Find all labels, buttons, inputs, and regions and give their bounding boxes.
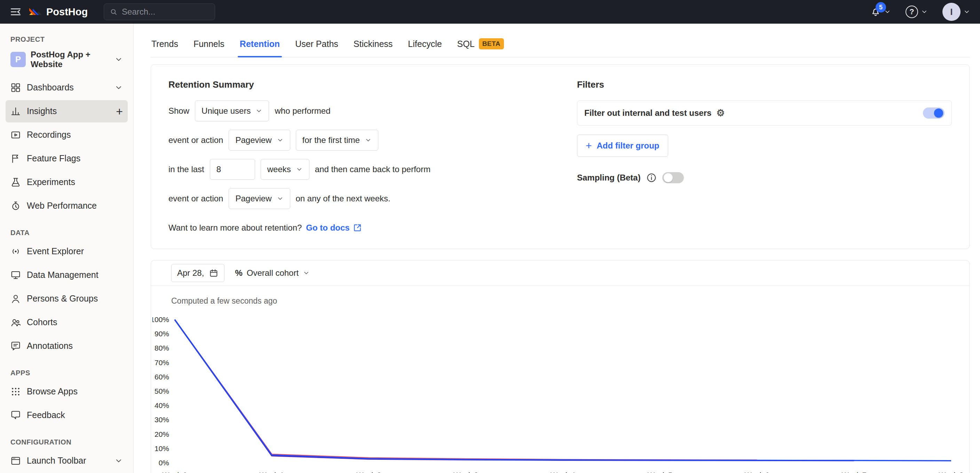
svg-text:20%: 20% bbox=[154, 430, 169, 438]
data-section-label: DATA bbox=[6, 229, 128, 237]
tab-trends[interactable]: Trends bbox=[151, 34, 186, 57]
sidebar-item-data-management[interactable]: Data Management bbox=[6, 264, 128, 286]
target-event-select[interactable]: Pageview bbox=[229, 130, 290, 151]
dashboards-icon bbox=[10, 83, 21, 93]
chevron-down-icon bbox=[303, 270, 310, 276]
project-switcher[interactable]: P PostHog App + Website bbox=[6, 47, 128, 72]
summary-row-2: event or action Pageview for the first t… bbox=[169, 130, 555, 151]
people-group-icon bbox=[10, 317, 21, 328]
annotation-icon bbox=[10, 341, 21, 351]
chevron-down-icon bbox=[296, 166, 303, 173]
retention-period-input[interactable] bbox=[210, 159, 255, 180]
sidebar-item-label: Recordings bbox=[27, 130, 123, 140]
sidebar-item-dashboards[interactable]: Dashboards bbox=[6, 76, 128, 99]
insights-icon bbox=[10, 106, 21, 116]
user-avatar: I bbox=[942, 3, 961, 21]
info-icon bbox=[646, 173, 657, 183]
sidebar-item-insights[interactable]: Insights + bbox=[6, 100, 128, 122]
project-avatar: P bbox=[10, 52, 26, 67]
bell-icon: 5 bbox=[870, 6, 881, 17]
apps-section-label: APPS bbox=[6, 369, 128, 377]
summary-row-4: event or action Pageview on any of the n… bbox=[169, 188, 555, 209]
account-button[interactable]: I bbox=[942, 3, 970, 21]
svg-text:80%: 80% bbox=[154, 344, 169, 352]
help-button[interactable]: ? bbox=[905, 6, 928, 18]
search-box[interactable] bbox=[104, 3, 215, 20]
insight-tabs: Trends Funnels Retention User Paths Stic… bbox=[151, 33, 970, 57]
tab-retention[interactable]: Retention bbox=[232, 34, 288, 57]
event-or-action-label: event or action bbox=[169, 135, 223, 145]
sidebar-item-persons-groups[interactable]: Persons & Groups bbox=[6, 287, 128, 310]
sidebar-item-label: Web Performance bbox=[27, 201, 123, 211]
chevron-down-icon bbox=[277, 137, 284, 144]
retention-settings-card: Retention Summary Show Unique users who … bbox=[151, 64, 970, 249]
sidebar-item-feedback[interactable]: Feedback bbox=[6, 404, 128, 426]
retention-summary-title: Retention Summary bbox=[169, 79, 555, 90]
sidebar-item-web-performance[interactable]: Web Performance bbox=[6, 195, 128, 217]
posthog-logo[interactable]: PostHog bbox=[29, 6, 88, 18]
sidebar-item-browse-apps[interactable]: Browse Apps bbox=[6, 381, 128, 403]
notifications-button[interactable]: 5 bbox=[870, 6, 891, 17]
sidebar-item-experiments[interactable]: Experiments bbox=[6, 171, 128, 194]
configuration-section-label: CONFIGURATION bbox=[6, 438, 128, 446]
flag-icon bbox=[10, 153, 21, 164]
sampling-label: Sampling (Beta) bbox=[577, 173, 641, 183]
sidebar-item-launch-toolbar[interactable]: Launch Toolbar bbox=[6, 450, 128, 472]
toggle-knob bbox=[663, 173, 673, 182]
chevron-down-icon bbox=[115, 457, 123, 465]
go-to-docs-link[interactable]: Go to docs bbox=[306, 223, 361, 233]
date-range-button[interactable]: Apr 28, bbox=[171, 264, 224, 282]
sidebar-item-annotations[interactable]: Annotations bbox=[6, 335, 128, 357]
chevron-down-icon bbox=[365, 137, 372, 144]
topbar: PostHog 5 ? I bbox=[0, 0, 980, 24]
returning-event-select[interactable]: Pageview bbox=[229, 188, 290, 209]
new-insight-button[interactable]: + bbox=[116, 105, 123, 117]
percent-icon: % bbox=[235, 268, 242, 278]
svg-text:Week 0: Week 0 bbox=[162, 471, 187, 473]
sampling-toggle[interactable] bbox=[662, 172, 684, 183]
internal-users-toggle[interactable] bbox=[923, 108, 945, 119]
sidebar-item-label: Experiments bbox=[27, 177, 123, 187]
sidebar-item-event-explorer[interactable]: Event Explorer bbox=[6, 240, 128, 263]
sidebar-item-cohorts[interactable]: Cohorts bbox=[6, 311, 128, 333]
chevron-down-icon bbox=[255, 108, 262, 114]
sidebar-item-recordings[interactable]: Recordings bbox=[6, 124, 128, 146]
retention-type-select[interactable]: Unique users bbox=[195, 100, 269, 121]
chevron-down-icon bbox=[277, 195, 284, 202]
toggle-knob bbox=[934, 108, 943, 117]
svg-text:90%: 90% bbox=[154, 330, 169, 338]
sidebar-item-label: Feature Flags bbox=[27, 153, 123, 163]
retention-line-chart: 0%10%20%30%40%50%60%70%80%90%100%Week 0W… bbox=[153, 310, 969, 473]
cohort-display-button[interactable]: % Overall cohort bbox=[235, 268, 310, 278]
tab-sql[interactable]: SQL BETA bbox=[450, 33, 512, 57]
apps-grid-icon bbox=[10, 386, 21, 397]
search-input[interactable] bbox=[122, 7, 209, 17]
svg-text:60%: 60% bbox=[154, 373, 169, 381]
tab-user-paths[interactable]: User Paths bbox=[288, 34, 346, 57]
sidebar-toggle-button[interactable] bbox=[10, 6, 22, 18]
stopwatch-icon bbox=[10, 201, 21, 211]
svg-text:30%: 30% bbox=[154, 416, 169, 424]
tab-stickiness[interactable]: Stickiness bbox=[346, 34, 401, 57]
retention-chart-card: Apr 28, % Overall cohort Computed a few … bbox=[151, 260, 970, 473]
first-time-select[interactable]: for the first time bbox=[296, 130, 378, 151]
logo-text: PostHog bbox=[46, 6, 88, 18]
svg-text:100%: 100% bbox=[153, 316, 169, 324]
gear-icon[interactable]: ⚙ bbox=[716, 108, 725, 118]
topbar-right: 5 ? I bbox=[870, 3, 970, 21]
toolbar-icon bbox=[10, 456, 21, 466]
show-label: Show bbox=[169, 106, 189, 116]
svg-text:70%: 70% bbox=[154, 359, 169, 367]
svg-text:10%: 10% bbox=[154, 444, 169, 452]
svg-text:Week 1: Week 1 bbox=[259, 471, 284, 473]
calendar-icon bbox=[209, 268, 218, 278]
chevron-down-icon bbox=[963, 8, 970, 15]
tab-funnels[interactable]: Funnels bbox=[186, 34, 232, 57]
sidebar-item-feature-flags[interactable]: Feature Flags bbox=[6, 148, 128, 170]
svg-text:Week 3: Week 3 bbox=[453, 471, 478, 473]
period-unit-select[interactable]: weeks bbox=[261, 159, 309, 180]
in-the-last-label: in the last bbox=[169, 165, 204, 174]
tab-lifecycle[interactable]: Lifecycle bbox=[400, 34, 449, 57]
add-filter-group-button[interactable]: + Add filter group bbox=[577, 135, 668, 157]
sidebar-item-label: Data Management bbox=[27, 270, 123, 280]
